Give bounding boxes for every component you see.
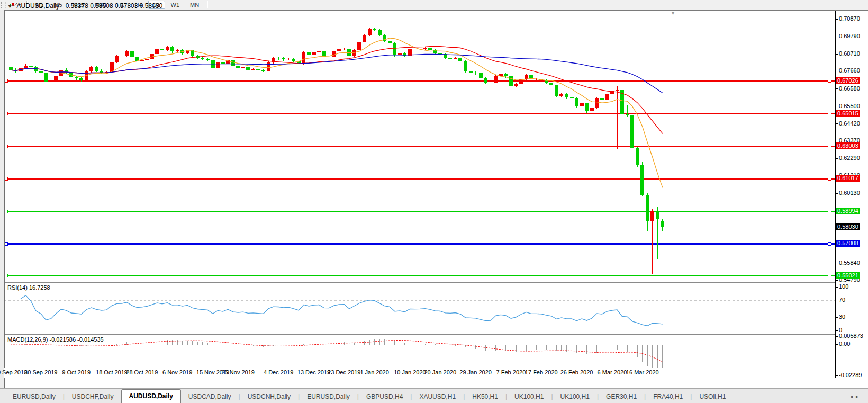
toolbar-separator [207,1,208,8]
price-tick: 0.64420 [836,120,860,127]
price-tick: 0.65500 [836,103,860,109]
chart-title: ▼ AUDUSD,Daily 0.58378 0.58508 0.57803 0… [7,2,162,10]
price-tick: 0.68710 [836,50,860,57]
price-tick: 0.62290 [836,155,860,161]
price-tick: 0.60130 [836,190,860,196]
rsi-tick: 30 [836,314,845,320]
chart-tab-GBPUSD-H4[interactable]: GBPUSD,H4 [359,391,410,403]
price-line-label: 0.55021 [836,272,860,279]
timeframe-W1[interactable]: W1 [166,1,185,9]
time-axis[interactable]: 20 Sep 201930 Sep 20199 Oct 201918 Oct 2… [4,368,835,378]
chart-tab-EURUSD-Daily[interactable]: EURUSD,Daily [5,391,63,403]
rsi-pane[interactable]: RSI(14) 16.7258 [4,282,835,335]
toolbar-grip[interactable] [1,2,6,8]
chart-tab-UK100-H1[interactable]: UK100,H1 [507,391,551,403]
macd-tick: 0.00 [836,341,850,347]
chart-tab-GER30-H1[interactable]: GER30,H1 [599,391,644,403]
date-label: 25 Nov 2019 [217,369,259,375]
chart-tab-AUDUSD-Daily[interactable]: AUDUSD,Daily [121,389,181,403]
chart-tab-bar: EURUSD,Daily|USDCHF,DailyAUDUSD,DailyUSD… [0,388,868,403]
chart-tab-UK100-H1[interactable]: UK100,H1 [553,391,597,403]
price-tick: 0.67660 [836,67,860,74]
price-line-label: 0.65015 [836,110,860,117]
symbol-dropdown-caret-icon[interactable]: ▼ [7,4,12,9]
chart-tab-FRA40-H1[interactable]: FRA40,H1 [646,391,690,403]
rsi-axis[interactable]: 10070300 [835,282,868,334]
macd-tick: 0.005873 [836,333,863,339]
tab-scroll-arrows[interactable]: ◂▸ [850,393,868,403]
price-line-label: 0.67026 [836,77,860,84]
chart-window: ▾0.708700.697900.687100.676600.665800.65… [0,10,868,389]
chart-tab-USDCHF-Daily[interactable]: USDCHF,Daily [65,391,121,403]
price-tick: 0.66580 [836,85,860,92]
price-chart-pane[interactable]: ▾ [4,11,835,282]
macd-tick: -0.02289 [836,372,862,378]
chart-tab-USDCNH-Daily[interactable]: USDCNH,Daily [240,391,298,403]
price-line-label: 0.57008 [836,240,860,247]
chart-tab-USDCAD-Daily[interactable]: USDCAD,Daily [181,391,239,403]
chart-shift-marker-icon[interactable]: ▾ [672,10,674,16]
price-tick: 0.69790 [836,33,860,39]
chart-tab-XAUUSD-H1[interactable]: XAUUSD,H1 [412,391,463,403]
tab-scroll-left-icon[interactable]: ◂ [850,393,856,399]
rsi-label: RSI(14) 16.7258 [7,284,50,291]
price-axis[interactable]: 0.708700.697900.687100.676600.665800.655… [835,11,868,282]
price-line-label: 0.61017 [836,175,860,182]
chart-tab-EURUSD-Daily[interactable]: EURUSD,Daily [300,391,357,403]
tab-scroll-right-icon[interactable]: ▸ [856,393,862,399]
macd-axis[interactable]: 0.0058730.00-0.02289 [835,334,868,378]
price-tick: 0.55840 [836,259,860,266]
window-left-frame [0,10,5,388]
chart-tab-USOil-H1[interactable]: USOil,H1 [692,391,733,403]
timeframe-MN[interactable]: MN [185,1,204,9]
date-label: 16 Mar 2020 [621,369,664,375]
price-tick: 0.70870 [836,15,860,22]
symbol-period-label: AUDUSD,Daily [17,2,60,10]
price-line-label: 0.58994 [836,208,860,214]
rsi-tick: 100 [836,283,848,290]
price-line-label: 0.63003 [836,142,860,149]
ohlc-values: 0.58378 0.58508 0.57803 0.58030 [66,2,163,10]
rsi-tick: 70 [836,297,845,303]
macd-label: MACD(12,26,9) -0.021586 -0.014535 [7,336,104,343]
price-line-label: 0.58030 [836,223,860,230]
chart-tab-HK50-H1[interactable]: HK50,H1 [465,391,505,403]
